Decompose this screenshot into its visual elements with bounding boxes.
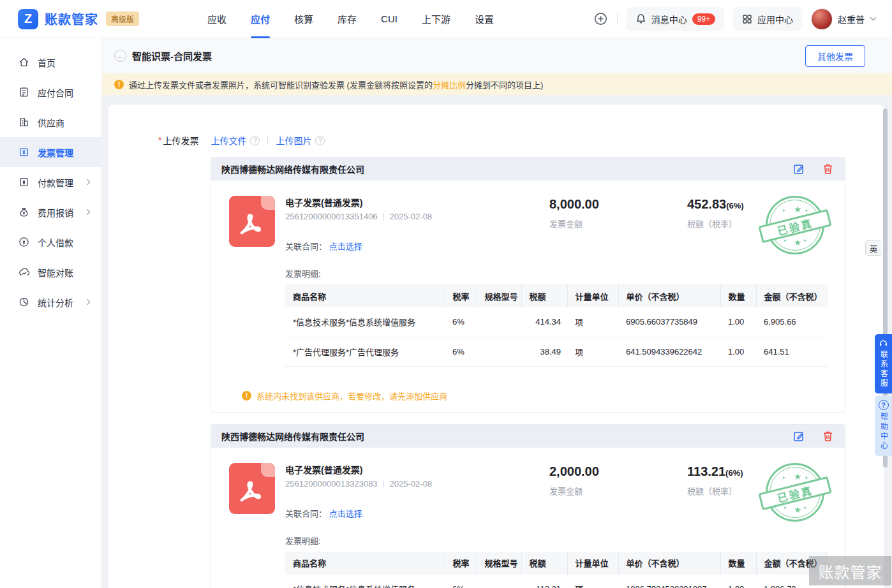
other-invoices-button[interactable]: 其他发票 [805, 45, 865, 67]
sidebar-item-smart-reconciliation[interactable]: 智能对账 [0, 257, 101, 287]
table-cell: 6905.66037735849 [618, 307, 720, 337]
top-nav: 应收 应付 核算 库存 CUI 上下游 设置 [195, 0, 506, 38]
brand[interactable]: Z 账款管家 高级版 [18, 9, 139, 29]
select-contract-link[interactable]: 点击选择 [329, 242, 362, 251]
sidebar-item-label: 付款管理 [38, 176, 73, 189]
app-center-label: 应用中心 [757, 13, 793, 26]
plan-badge: 高级版 [106, 11, 139, 26]
nav-tab-cui[interactable]: CUI [381, 0, 398, 38]
upload-file-link[interactable]: 上传文件 [211, 134, 246, 147]
delete-icon[interactable] [822, 163, 835, 175]
home-icon [18, 57, 29, 68]
grid-icon [742, 14, 752, 24]
sidebar-item-label: 首页 [38, 56, 56, 69]
table-cell: 1.00 [720, 337, 756, 366]
sidebar-item-label: 费用报销 [38, 206, 73, 219]
table-cell: *广告代理服务*广告代理服务 [285, 337, 445, 366]
nav-tab-receivable[interactable]: 应收 [207, 0, 227, 38]
contact-service-label: 联系客服 [880, 350, 888, 388]
column-header: 商品名称 [285, 284, 445, 307]
logo-letter: Z [24, 11, 32, 26]
sidebar-item-supplier[interactable]: 供应商 [0, 107, 101, 137]
verified-stamp: ★✦✦ ★✦✦ 已验真 [766, 196, 824, 254]
pipe-divider [383, 213, 384, 221]
watermark: 账款管家 [809, 556, 891, 585]
nav-tab-accounting[interactable]: 核算 [294, 0, 313, 38]
invoice-detail-label: 发票明细: [285, 267, 835, 279]
contract-icon [18, 87, 29, 98]
pdf-file-icon[interactable] [229, 196, 275, 247]
delete-icon[interactable] [822, 430, 835, 443]
add-icon[interactable] [594, 12, 608, 26]
pdf-file-icon[interactable] [229, 463, 275, 514]
table-row: *广告代理服务*广告代理服务6%38.49项641.50943396226421… [285, 337, 828, 366]
tax-amount: 113.21 [687, 464, 725, 478]
supplier-warning: 系统内未找到该供应商，若要修改，请先添加供应商 [242, 390, 835, 402]
chevron-down-icon [870, 17, 877, 21]
question-icon[interactable]: ? [250, 136, 260, 145]
message-center-button[interactable]: 消息中心 99+ [627, 7, 724, 31]
table-cell [477, 575, 521, 588]
allocation-ratio-link[interactable]: 分摊比例 [433, 80, 466, 90]
help-center-button[interactable]: ? 帮助中心 [875, 395, 892, 456]
table-cell: 项 [567, 337, 618, 366]
select-contract-link[interactable]: 点击选择 [329, 509, 362, 518]
contact-service-button[interactable]: 联系客服 [875, 334, 892, 393]
table-cell: 项 [567, 575, 618, 588]
column-header: 税额 [521, 552, 567, 575]
column-header: 税率 [445, 552, 477, 575]
question-icon[interactable]: ? [315, 136, 325, 145]
user-name: 赵重普 [838, 13, 865, 26]
invoice-number: 25612000000013323083 [285, 479, 378, 489]
sidebar-item-home[interactable]: 首页 [0, 47, 101, 77]
column-header: 数量 [720, 552, 756, 575]
supplier-company-name: 陕西博德畅达网络传媒有限责任公司 [221, 163, 364, 175]
page-header: ← 智能识票-合同发票 其他发票 [102, 38, 892, 73]
upload-divider [267, 136, 268, 145]
app-center-button[interactable]: 应用中心 [733, 7, 802, 31]
nav-tab-inventory[interactable]: 库存 [338, 0, 357, 38]
sidebar-item-label: 统计分析 [38, 296, 73, 309]
user-menu[interactable]: 赵重普 [811, 8, 877, 30]
main-area: ← 智能识票-合同发票 其他发票 通过上传发票文件或者发票照片，系统可智能识别查… [102, 38, 892, 588]
sidebar-item-invoice-management[interactable]: 发票管理 [0, 137, 101, 167]
invoice-number: 25612000000013351406 [285, 212, 378, 221]
invoice-amount-block: 8,000.00 发票金额 [549, 196, 687, 230]
sidebar-item-payable-contract[interactable]: 应付合同 [0, 77, 101, 107]
invoice-detail-table: 商品名称 税率 规格型号 税额 计量单位 单价（不含税） 数量 金额（不含税） … [285, 552, 828, 588]
invoice-actions [792, 163, 835, 175]
invoice-icon [18, 147, 29, 158]
upload-image-link[interactable]: 上传图片 [276, 134, 311, 147]
invoice-card-header: 陕西博德畅达网络传媒有限责任公司 [211, 158, 845, 180]
edit-icon[interactable] [792, 430, 805, 443]
nav-tab-upstream-downstream[interactable]: 上下游 [422, 0, 450, 38]
pdf-fold-corner [261, 196, 275, 210]
pie-chart-icon [18, 297, 29, 308]
table-row: *信息技术服务*信息系统增值服务6%113.21项1886.7924528301… [285, 575, 828, 588]
warning-icon [242, 391, 251, 401]
nav-tab-settings[interactable]: 设置 [475, 0, 494, 38]
language-toggle[interactable]: 英 [865, 240, 881, 256]
table-cell: *信息技术服务*信息系统增值服务 [285, 307, 445, 337]
back-button[interactable]: ← [114, 50, 126, 62]
sidebar-item-statistics[interactable]: 统计分析 [0, 287, 101, 317]
topbar-right: 消息中心 99+ 应用中心 赵重普 [594, 7, 877, 31]
notice-banner: 通过上传发票文件或者发票照片，系统可智能识别查验发票 (发票金额将按照设置的分摊… [102, 73, 892, 95]
help-center-label: 帮助中心 [880, 413, 888, 451]
table-row: *信息技术服务*信息系统增值服务6%414.34项6905.6603773584… [285, 307, 828, 337]
table-cell: 38.49 [521, 337, 567, 366]
message-count-badge: 99+ [692, 13, 715, 25]
bell-icon [636, 13, 646, 24]
nav-tab-payable[interactable]: 应付 [251, 0, 270, 38]
invoice-card-header: 陕西博德畅达网络传媒有限责任公司 [211, 425, 845, 448]
sidebar-item-personal-loan[interactable]: 个人借款 [0, 227, 101, 257]
edit-icon[interactable] [792, 163, 805, 175]
sidebar-item-payment-management[interactable]: 付款管理 [0, 167, 101, 197]
invoice-amount: 2,000.00 [549, 464, 687, 479]
sidebar-item-label: 发票管理 [38, 146, 73, 159]
table-cell: 6% [445, 337, 477, 366]
sidebar-item-expense-reimbursement[interactable]: 费用报销 [0, 197, 101, 227]
related-contract-label: 关联合同： [285, 509, 327, 518]
tax-block: 113.21(6%) 税额（税率） [687, 463, 764, 497]
tax-label: 税额（税率） [687, 217, 764, 230]
